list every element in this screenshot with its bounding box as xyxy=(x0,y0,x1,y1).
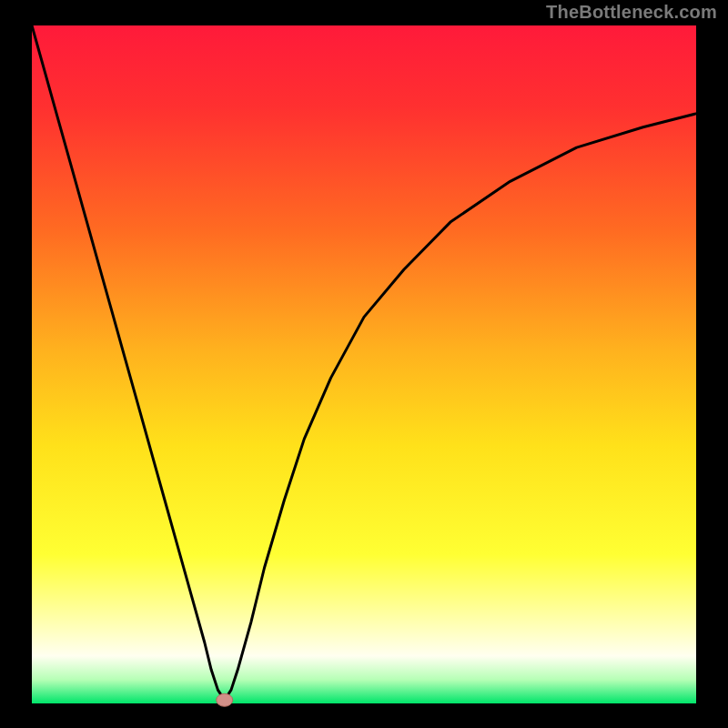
optimal-point-marker xyxy=(217,693,233,706)
chart-frame: TheBottleneck.com xyxy=(0,0,728,728)
bottleneck-chart xyxy=(0,0,728,728)
plot-background xyxy=(32,25,696,703)
